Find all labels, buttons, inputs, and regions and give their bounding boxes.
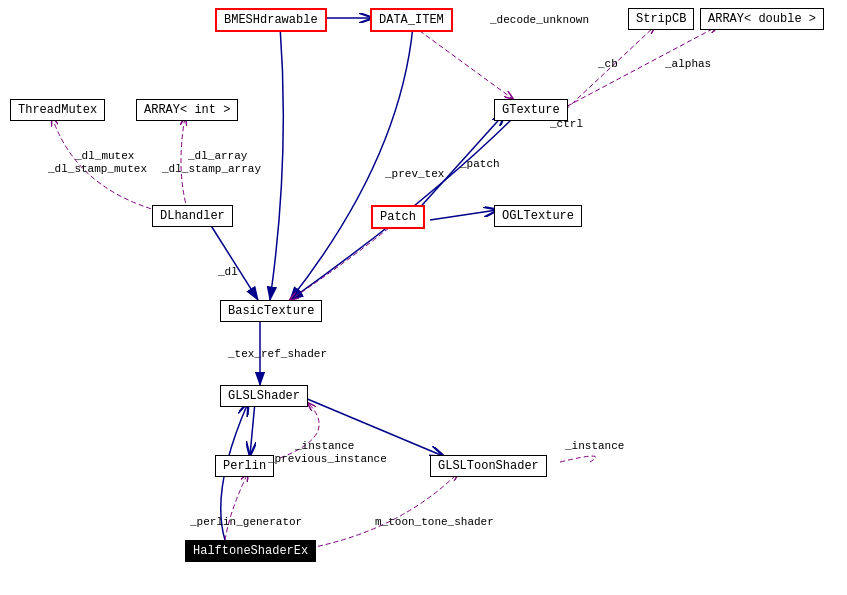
- node-ThreadMutex[interactable]: ThreadMutex: [10, 99, 105, 121]
- node-BMESHdrawable[interactable]: BMESHdrawable: [215, 8, 327, 32]
- diagram-container: BMESHdrawable DATA_ITEM StripCB ARRAY< d…: [0, 0, 847, 595]
- node-ARRAY_double[interactable]: ARRAY< double >: [700, 8, 824, 30]
- node-GLSLToonShader[interactable]: GLSLToonShader: [430, 455, 547, 477]
- svg-line-4: [413, 26, 513, 99]
- node-DLhandler[interactable]: DLhandler: [152, 205, 233, 227]
- label-prev_tex: _prev_tex: [385, 168, 444, 180]
- label-dl_mutex: _dl_mutex: [75, 150, 134, 162]
- label-patch: _patch: [460, 158, 500, 170]
- label-previous_instance: _previous_instance: [268, 453, 387, 465]
- label-decode_unknown: _decode_unknown: [490, 14, 589, 26]
- svg-line-6: [210, 224, 258, 300]
- node-DATA_ITEM[interactable]: DATA_ITEM: [370, 8, 453, 32]
- svg-line-2: [560, 26, 655, 115]
- node-Patch[interactable]: Patch: [371, 205, 425, 229]
- label-cb: _cb: [598, 58, 618, 70]
- label-toon_tone_shader: m_toon_tone_shader: [375, 516, 494, 528]
- node-ARRAY_int[interactable]: ARRAY< int >: [136, 99, 238, 121]
- node-HalftoneShaderEx[interactable]: HalftoneShaderEx: [185, 540, 316, 562]
- label-dl_array: _dl_array: [188, 150, 247, 162]
- svg-line-10: [250, 402, 255, 455]
- node-OGLTexture[interactable]: OGLTexture: [494, 205, 582, 227]
- node-StripCB[interactable]: StripCB: [628, 8, 694, 30]
- label-dl_stamp_mutex: _dl_stamp_mutex: [48, 163, 147, 175]
- label-dl_stamp_array: _dl_stamp_array: [162, 163, 261, 175]
- arrows-svg: [0, 0, 847, 595]
- label-perlin_generator: _perlin_generator: [190, 516, 302, 528]
- label-ctrl: _ctrl: [550, 118, 583, 130]
- label-alphas: _alphas: [665, 58, 711, 70]
- node-Perlin[interactable]: Perlin: [215, 455, 274, 477]
- label-dl: _dl: [218, 266, 238, 278]
- label-instance-gls: _instance: [565, 440, 624, 452]
- node-GLSLShader[interactable]: GLSLShader: [220, 385, 308, 407]
- label-instance-perlin: _instance: [295, 440, 354, 452]
- label-tex_ref_shader: _tex_ref_shader: [228, 348, 327, 360]
- node-BasicTexture[interactable]: BasicTexture: [220, 300, 322, 322]
- svg-line-8: [430, 210, 497, 220]
